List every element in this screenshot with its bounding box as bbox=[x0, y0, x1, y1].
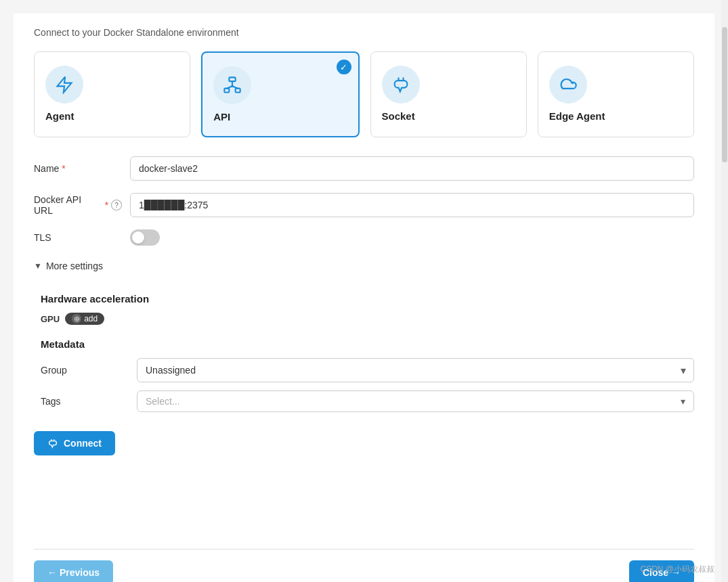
metadata-title: Metadata bbox=[41, 338, 694, 350]
add-label: add bbox=[84, 314, 98, 323]
tags-row: Tags Select... ▾ bbox=[41, 390, 694, 412]
svg-rect-0 bbox=[230, 77, 236, 81]
bolt-icon bbox=[55, 75, 74, 94]
previous-label: ← Previous bbox=[47, 567, 100, 578]
name-row: Name* bbox=[34, 156, 694, 181]
group-label: Group bbox=[41, 365, 129, 376]
docker-api-url-row: Docker API URL * ? bbox=[34, 193, 694, 217]
tags-wrap: Select... ▾ bbox=[137, 390, 694, 412]
footer: ← Previous Close → bbox=[14, 550, 714, 582]
connect-label: Connect bbox=[64, 438, 102, 449]
card-socket-label: Socket bbox=[382, 110, 415, 122]
edge-agent-icon-wrap bbox=[549, 66, 587, 104]
card-api[interactable]: ✓ API bbox=[201, 51, 359, 137]
tags-input-area[interactable]: Select... ▾ bbox=[137, 390, 694, 412]
card-edge-agent[interactable]: Edge Agent bbox=[538, 51, 694, 137]
connect-button[interactable]: Connect bbox=[34, 431, 115, 455]
svg-rect-1 bbox=[225, 89, 230, 93]
tls-label: TLS bbox=[34, 232, 122, 243]
tags-chevron-icon: ▾ bbox=[681, 396, 685, 407]
tags-placeholder: Select... bbox=[146, 396, 681, 407]
group-select-wrap: Unassigned bbox=[137, 358, 694, 382]
docker-api-url-label: Docker API URL * ? bbox=[34, 194, 122, 216]
tls-toggle-wrap bbox=[130, 229, 160, 246]
card-api-label: API bbox=[213, 111, 230, 122]
more-settings-label: More settings bbox=[46, 261, 103, 271]
svg-rect-2 bbox=[236, 89, 240, 93]
api-icon-wrap bbox=[213, 66, 251, 104]
plus-circle-icon: ⊕ bbox=[72, 314, 81, 323]
previous-button[interactable]: ← Previous bbox=[34, 560, 113, 582]
watermark: CSDN @小码农叔叔 bbox=[640, 564, 714, 575]
socket-icon-wrap bbox=[382, 66, 420, 104]
network-icon bbox=[223, 76, 242, 95]
name-input[interactable] bbox=[130, 156, 694, 181]
name-label: Name* bbox=[34, 163, 122, 174]
svg-point-6 bbox=[232, 85, 234, 87]
hardware-acceleration-title: Hardware acceleration bbox=[41, 293, 694, 305]
plug-icon bbox=[391, 75, 410, 94]
plug-btn-icon bbox=[47, 438, 58, 449]
tls-toggle[interactable] bbox=[130, 229, 160, 246]
agent-icon-wrap bbox=[45, 66, 83, 104]
help-icon[interactable]: ? bbox=[111, 200, 122, 210]
card-agent-label: Agent bbox=[45, 110, 74, 122]
form-section: Name* Docker API URL * ? TLS bbox=[34, 156, 694, 455]
card-agent[interactable]: Agent bbox=[34, 51, 190, 137]
connect-btn-wrap: Connect bbox=[34, 424, 694, 455]
card-edge-agent-label: Edge Agent bbox=[549, 110, 605, 122]
chevron-down-icon: ▼ bbox=[34, 261, 42, 271]
subtitle: Connect to your Docker Standalone enviro… bbox=[34, 27, 694, 38]
more-settings-content: Hardware acceleration GPU ⊕ add Metadata… bbox=[34, 293, 694, 412]
scrollbar-thumb[interactable] bbox=[722, 27, 727, 162]
gpu-label: GPU bbox=[41, 314, 60, 324]
gpu-row: GPU ⊕ add bbox=[41, 313, 694, 325]
card-socket[interactable]: Socket bbox=[370, 51, 527, 137]
metadata-section: Metadata Group Unassigned Tags Select bbox=[41, 338, 694, 412]
selected-check-icon: ✓ bbox=[337, 60, 351, 74]
docker-api-url-input[interactable] bbox=[130, 193, 694, 217]
group-row: Group Unassigned bbox=[41, 358, 694, 382]
toggle-slider bbox=[130, 229, 160, 246]
group-select[interactable]: Unassigned bbox=[137, 358, 694, 382]
scrollbar-track bbox=[721, 0, 728, 582]
connection-type-cards: Agent ✓ API bbox=[34, 51, 694, 137]
gpu-add-badge[interactable]: ⊕ add bbox=[65, 313, 104, 325]
cloud-icon bbox=[559, 75, 578, 94]
tags-label: Tags bbox=[41, 396, 129, 407]
tls-row: TLS bbox=[34, 229, 694, 246]
more-settings-toggle[interactable]: ▼ More settings bbox=[34, 261, 694, 271]
